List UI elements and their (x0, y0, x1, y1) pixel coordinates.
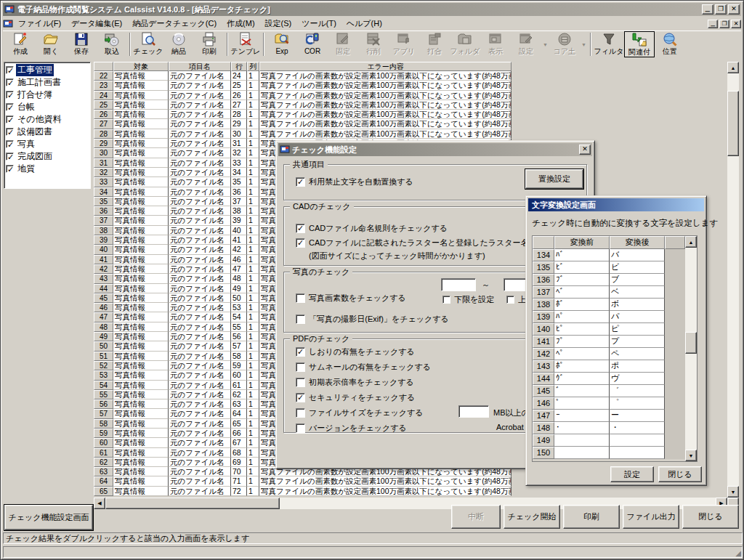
toolbar-create[interactable]: 作成 (5, 31, 36, 57)
pdf-security-checkbox-row[interactable]: セキュリティをチェックする (296, 392, 415, 403)
sidebar-item[interactable]: 工事管理 (6, 64, 89, 76)
sidebar-item[interactable]: 打合せ簿 (6, 89, 89, 101)
checkbox-icon[interactable] (6, 66, 14, 74)
toolbar-row-delete[interactable]: 行削 (358, 31, 389, 57)
toolbar-print[interactable]: 印刷 (194, 31, 225, 57)
table-row[interactable]: 64 写真情報 元のファイル名 71 1 写真ファイルの画素数が設定画素100万… (94, 476, 512, 486)
sidebar-item[interactable]: 施工計画書 (6, 76, 89, 89)
replace-settings-button[interactable]: 置換設定 (525, 169, 583, 189)
toolbar-cor[interactable]: COR (297, 31, 328, 57)
table-row[interactable]: 24 写真情報 元のファイル名 26 1 写真ファイルの画素数が設定画素100万… (94, 91, 512, 100)
toolbar-app[interactable]: アプリ (389, 31, 419, 57)
settings-dropdown-icon[interactable]: ▼ (541, 32, 549, 57)
checkbox-icon[interactable] (6, 78, 14, 86)
toolbar-position[interactable]: 位置 (655, 31, 685, 57)
core-soil-dropdown-icon[interactable]: ▼ (580, 32, 588, 57)
toolbar-delivery[interactable]: 納品 (163, 31, 194, 57)
conversion-row[interactable]: 134 ﾊﾞ バ (533, 249, 697, 261)
close-button[interactable]: ✕ (728, 4, 740, 15)
conversion-row[interactable]: 149 (533, 434, 697, 447)
sidebar-item[interactable]: 設備図書 (6, 126, 89, 138)
horizontal-scroll-thumb[interactable] (105, 498, 280, 509)
pdf-thumbnail-checkbox-row[interactable]: サムネールの有無をチェックする (296, 362, 431, 373)
toolbar-import[interactable]: 取込 (97, 31, 127, 57)
moji-close-button[interactable]: 閉じる (658, 466, 702, 482)
table-row[interactable]: 25 写真情報 元のファイル名 27 1 写真ファイルの画素数が設定画素100万… (94, 100, 512, 110)
toolbar-meeting[interactable]: 打合 (419, 31, 450, 57)
conversion-row[interactable]: 150 (533, 447, 697, 459)
conversion-row[interactable]: 145 ﾞ ゛ (533, 385, 697, 397)
conversion-row[interactable]: 144 ｳﾞ ヴ (533, 373, 697, 385)
table-row[interactable]: 23 写真情報 元のファイル名 25 1 写真ファイルの画素数が設定画素100万… (94, 81, 512, 90)
pdf-version-checkbox-row[interactable]: バージョンをチェックする (296, 423, 407, 434)
sidebar-item[interactable]: 台帳 (6, 101, 89, 113)
toolbar-template[interactable]: テンプレ (230, 31, 261, 57)
menu-help[interactable]: ヘルプ(H) (341, 17, 387, 31)
checkbox-icon[interactable] (296, 378, 305, 387)
checkbox-icon[interactable] (6, 140, 14, 148)
checkbox-icon[interactable] (296, 315, 305, 324)
restore-button[interactable]: ❐ (715, 4, 727, 15)
table-row[interactable]: 28 写真情報 元のファイル名 30 1 写真ファイルの画素数が設定画素100万… (94, 129, 512, 139)
sidebar-item[interactable]: 写真 (6, 138, 89, 150)
toolbar-folder[interactable]: フォルダ (450, 31, 480, 57)
conversion-row[interactable]: 142 ﾍﾟ ペ (533, 348, 697, 360)
checkbox-icon[interactable] (6, 91, 14, 99)
scroll-up-icon[interactable]: ▲ (727, 62, 739, 73)
toolbar-check[interactable]: チェック (133, 31, 163, 57)
resize-grip-icon[interactable]: ◢ (735, 549, 741, 557)
conversion-scrollbar[interactable]: ▲ ▼ (685, 236, 697, 461)
abort-button[interactable]: 中断 (451, 505, 501, 529)
toolbar-exp[interactable]: Exp (267, 31, 297, 57)
table-row[interactable]: 65 写真情報 元のファイル名 72 1 写真ファイルの画素数が設定画素100万… (94, 487, 512, 496)
conversion-row[interactable]: 141 ﾌﾟ プ (533, 336, 697, 348)
vertical-scroll-thumb[interactable] (727, 91, 739, 156)
conversion-row[interactable]: 148 ･ ・ (533, 422, 697, 434)
checkbox-icon[interactable] (6, 153, 14, 161)
scroll-down-icon[interactable]: ▼ (727, 486, 739, 498)
checkbox-icon[interactable] (296, 224, 305, 233)
check-settings-screen-button[interactable]: チェック機能設定画面 (4, 505, 93, 530)
conversion-row[interactable]: 147 ｰ ー (533, 410, 697, 422)
toolbar-filter[interactable]: フィルタ (594, 31, 624, 57)
vertical-scrollbar[interactable]: ▲ ▼ (727, 62, 739, 498)
toolbar-open[interactable]: 開く (36, 31, 66, 57)
table-row[interactable]: 26 写真情報 元のファイル名 28 1 写真ファイルの画素数が設定画素100万… (94, 110, 512, 119)
auto-replace-checkbox-row[interactable]: 利用禁止文字を自動置換する (296, 176, 413, 187)
close-bottom-button[interactable]: 閉じる (682, 505, 739, 529)
checkbox-icon[interactable] (296, 238, 305, 248)
toolbar-save[interactable]: 保存 (66, 31, 97, 57)
scroll-down-icon[interactable]: ▼ (685, 450, 697, 461)
checkbox-icon[interactable] (442, 296, 450, 304)
photo-pixel-checkbox-row[interactable]: 写真画素数をチェックする (296, 293, 406, 304)
conversion-row[interactable]: 138 ﾎﾞ ボ (533, 299, 697, 311)
checkbox-icon[interactable] (6, 115, 14, 123)
lower-limit-checkbox-row[interactable]: 下限を設定 (442, 294, 494, 305)
conversion-scroll-thumb[interactable] (685, 332, 697, 354)
check-start-button[interactable]: チェック開始 (504, 505, 560, 529)
conversion-row[interactable]: 146 ﾟ ゜ (533, 397, 697, 410)
conversion-row[interactable]: 135 ﾋﾞ ビ (533, 261, 697, 274)
mdi-restore-button[interactable]: ❐ (719, 20, 729, 28)
file-output-button[interactable]: ファイル出力 (623, 505, 679, 529)
menu-data-edit[interactable]: データ編集(E) (66, 17, 127, 31)
pdf-filesize-checkbox-row[interactable]: ファイルサイズをチェックする (296, 407, 424, 418)
checkbox-icon[interactable] (6, 128, 14, 136)
pdf-zoom-checkbox-row[interactable]: 初期表示倍率をチェックする (296, 377, 414, 388)
conversion-row[interactable]: 143 ﾎﾟ ポ (533, 360, 697, 373)
moji-set-button[interactable]: 設定 (610, 466, 654, 482)
pixel-lower-input[interactable] (441, 278, 476, 291)
checkbox-icon[interactable] (506, 296, 514, 304)
checkbox-icon[interactable] (296, 347, 305, 357)
sidebar-item[interactable]: 地質 (6, 163, 89, 175)
checkbox-icon[interactable] (296, 408, 305, 418)
sidebar-item[interactable]: その他資料 (6, 113, 89, 126)
conversion-row[interactable]: 136 ﾌﾞ ブ (533, 274, 697, 286)
checkbox-icon[interactable] (296, 177, 305, 187)
menu-create[interactable]: 作成(M) (222, 17, 260, 31)
print-button[interactable]: 印刷 (563, 505, 620, 529)
checkbox-icon[interactable] (296, 362, 305, 372)
dialog-close-icon[interactable]: ✕ (579, 145, 591, 155)
table-row[interactable]: 22 写真情報 元のファイル名 24 1 写真ファイルの画素数が設定画素100万… (94, 71, 512, 81)
menu-settings[interactable]: 設定(S) (260, 17, 297, 31)
